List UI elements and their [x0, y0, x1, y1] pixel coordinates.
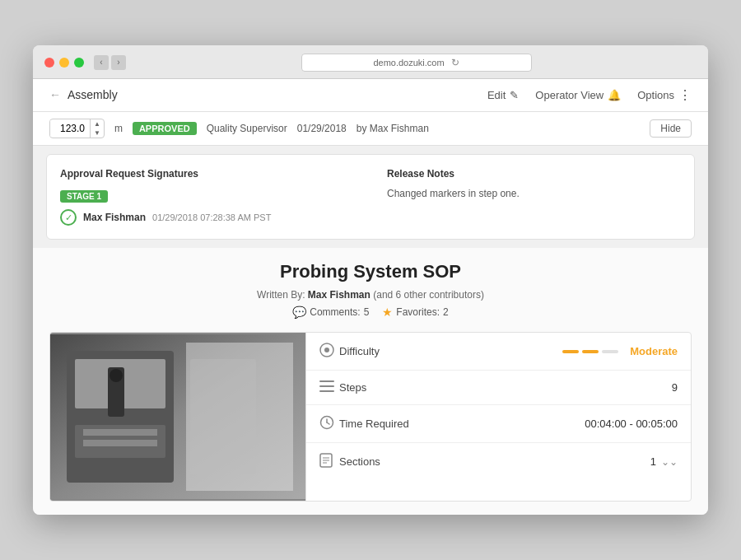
version-input-wrap: ▲ ▼: [49, 119, 105, 138]
reviewer-label: Quality Supervisor: [207, 123, 287, 134]
details-panel: Difficulty Moderate: [305, 333, 691, 501]
content-area: Difficulty Moderate: [49, 332, 692, 502]
back-arrow-icon[interactable]: ←: [49, 88, 61, 101]
browser-titlebar: ‹ › demo.dozuki.com ↻: [33, 45, 708, 79]
address-bar[interactable]: demo.dozuki.com ↻: [301, 54, 532, 72]
bell-icon: 🔔: [608, 89, 621, 101]
release-notes: Release Notes Changed markers in step on…: [387, 168, 681, 226]
svg-rect-13: [319, 380, 334, 382]
svg-rect-8: [83, 440, 157, 446]
signature-row: ✓ Max Fishman 01/29/2018 07:28:38 AM PST: [60, 209, 354, 226]
diff-dot-3: [602, 350, 618, 353]
difficulty-row: Difficulty Moderate: [306, 333, 691, 371]
approval-by: by Max Fishman: [357, 123, 429, 134]
approval-panel: Approval Request Signatures STAGE 1 ✓ Ma…: [46, 154, 695, 240]
machine-image-panel: [50, 333, 305, 501]
doc-author: Max Fishman: [308, 289, 370, 301]
time-row: Time Required 00:04:00 - 00:05:00: [306, 405, 691, 443]
svg-line-18: [327, 422, 329, 424]
signatures-title: Approval Request Signatures: [60, 168, 354, 180]
svg-rect-15: [319, 390, 334, 392]
browser-window: ‹ › demo.dozuki.com ↻ ← Assembly Edit ✎ …: [33, 45, 708, 515]
difficulty-icon: [319, 343, 339, 360]
options-label: Options: [637, 89, 674, 101]
comment-icon: 💬: [292, 306, 306, 319]
forward-nav-button[interactable]: ›: [111, 55, 126, 70]
page-title: Assembly: [68, 88, 118, 101]
approved-badge: APPROVED: [133, 122, 197, 135]
traffic-lights: [44, 58, 84, 68]
version-input[interactable]: [50, 120, 90, 137]
address-text: demo.dozuki.com: [373, 58, 444, 68]
svg-rect-10: [190, 359, 256, 474]
doc-title-section: Probing System SOP Written By: Max Fishm…: [49, 261, 692, 319]
version-bar: ▲ ▼ m APPROVED Quality Supervisor 01/29/…: [33, 112, 708, 146]
favorites-stat: ★ Favorites: 2: [382, 306, 448, 319]
unit-label: m: [114, 123, 123, 134]
difficulty-dots: [562, 350, 618, 353]
approval-signatures: Approval Request Signatures STAGE 1 ✓ Ma…: [60, 168, 354, 226]
svg-rect-14: [319, 385, 334, 387]
close-button[interactable]: [44, 58, 54, 68]
header-left: ← Assembly: [49, 88, 118, 101]
app-header: ← Assembly Edit ✎ Operator View 🔔 Option…: [33, 79, 708, 112]
check-icon: ✓: [60, 209, 77, 226]
svg-point-12: [324, 348, 329, 352]
diff-dot-2: [582, 350, 599, 353]
difficulty-text: Moderate: [630, 345, 678, 357]
steps-row: Steps 9: [306, 371, 691, 405]
edit-icon: ✎: [510, 89, 519, 101]
sections-label: Sections: [339, 455, 650, 468]
svg-rect-7: [83, 429, 157, 436]
sections-value: 1 ⌄⌄: [650, 455, 678, 468]
steps-label: Steps: [339, 381, 672, 394]
more-icon: ⋮: [678, 87, 692, 103]
doc-contributors: (and 6 other contributors): [373, 289, 484, 301]
steps-icon: [319, 380, 339, 394]
machine-image: [50, 333, 305, 501]
header-right: Edit ✎ Operator View 🔔 Options ⋮: [487, 87, 692, 103]
sections-count: 1: [650, 455, 656, 468]
svg-point-5: [110, 369, 123, 382]
star-icon: ★: [382, 306, 393, 319]
time-icon: [319, 415, 339, 432]
nav-buttons: ‹ ›: [94, 55, 126, 70]
doc-stats: 💬 Comments: 5 ★ Favorites: 2: [49, 306, 692, 319]
sections-icon: [319, 453, 339, 470]
main-content: Probing System SOP Written By: Max Fishm…: [33, 248, 708, 515]
edit-label: Edit: [487, 89, 506, 101]
back-nav-button[interactable]: ‹: [94, 55, 109, 70]
maximize-button[interactable]: [74, 58, 84, 68]
edit-button[interactable]: Edit ✎: [487, 89, 519, 101]
difficulty-value: Moderate: [562, 345, 678, 357]
comments-stat: 💬 Comments: 5: [292, 306, 369, 319]
time-value: 00:04:00 - 00:05:00: [585, 418, 678, 430]
operator-view-button[interactable]: Operator View 🔔: [535, 89, 621, 101]
signer-date: 01/29/2018 07:28:38 AM PST: [152, 212, 271, 222]
time-label: Time Required: [339, 418, 585, 430]
release-notes-title: Release Notes: [387, 168, 681, 180]
doc-meta: Written By: Max Fishman (and 6 other con…: [49, 289, 692, 301]
release-notes-text: Changed markers in step one.: [387, 188, 681, 199]
written-by-label: Written By:: [257, 289, 305, 301]
reload-button[interactable]: ↻: [451, 57, 459, 68]
doc-title: Probing System SOP: [49, 261, 692, 282]
expand-icon[interactable]: ⌄⌄: [661, 456, 678, 468]
hide-button[interactable]: Hide: [650, 119, 692, 138]
comments-count: 5: [364, 306, 370, 318]
difficulty-label: Difficulty: [339, 345, 562, 357]
favorites-label: Favorites:: [396, 306, 440, 318]
version-spinners: ▲ ▼: [90, 119, 104, 138]
options-button[interactable]: Options ⋮: [637, 87, 692, 103]
comments-label: Comments:: [310, 306, 360, 318]
version-up-button[interactable]: ▲: [91, 119, 104, 128]
diff-dot-1: [562, 350, 579, 353]
steps-value: 9: [672, 381, 678, 394]
approval-date: 01/29/2018: [297, 123, 347, 134]
minimize-button[interactable]: [59, 58, 69, 68]
signer-name: Max Fishman: [83, 212, 146, 223]
sections-row: Sections 1 ⌄⌄: [306, 443, 691, 480]
stage-badge: STAGE 1: [60, 190, 108, 203]
version-down-button[interactable]: ▼: [91, 128, 104, 138]
operator-view-label: Operator View: [535, 89, 604, 101]
